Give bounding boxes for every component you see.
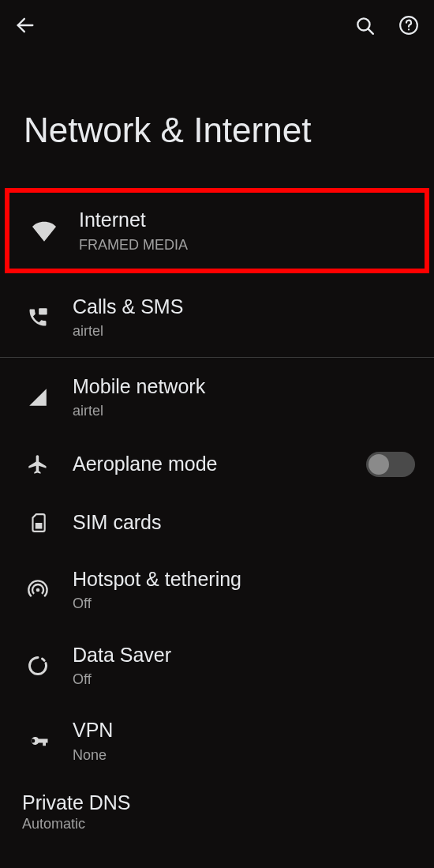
- switch-thumb: [369, 454, 389, 475]
- search-icon: [354, 15, 375, 36]
- arrow-back-icon: [14, 14, 36, 36]
- item-sub: Off: [73, 671, 415, 689]
- item-title: Hotspot & tethering: [73, 566, 415, 592]
- svg-line-2: [369, 29, 373, 34]
- vpn-key-icon: [25, 728, 51, 753]
- item-private-dns[interactable]: Private DNS Automatic: [0, 779, 434, 845]
- item-title: Data Saver: [73, 642, 415, 668]
- svg-rect-6: [36, 523, 43, 529]
- data-saver-icon: [25, 653, 51, 678]
- item-sub: Automatic: [22, 816, 434, 832]
- highlight-internet: Internet FRAMED MEDIA: [5, 188, 429, 273]
- item-sub: FRAMED MEDIA: [79, 236, 406, 254]
- item-title: VPN: [73, 717, 415, 743]
- page-title: Network & Internet: [0, 51, 434, 188]
- help-button[interactable]: [398, 14, 420, 36]
- item-hotspot[interactable]: Hotspot & tethering Off: [0, 552, 434, 628]
- svg-rect-5: [39, 308, 47, 314]
- svg-point-4: [408, 28, 410, 30]
- signal-icon: [25, 385, 51, 410]
- aeroplane-switch[interactable]: [366, 452, 415, 477]
- item-sub: Off: [73, 595, 415, 613]
- item-vpn[interactable]: VPN None: [0, 703, 434, 779]
- sim-icon: [25, 510, 51, 535]
- item-mobile-network[interactable]: Mobile network airtel: [0, 359, 434, 435]
- item-sim-cards[interactable]: SIM cards: [0, 494, 434, 552]
- hotspot-icon: [25, 577, 51, 603]
- item-title: Calls & SMS: [73, 294, 415, 320]
- airplane-icon: [25, 452, 51, 477]
- item-title: SIM cards: [73, 509, 415, 535]
- item-sub: airtel: [73, 322, 415, 340]
- item-sub: None: [73, 746, 415, 765]
- item-title: Aeroplane mode: [73, 451, 366, 477]
- svg-point-7: [36, 588, 40, 592]
- search-button[interactable]: [354, 14, 376, 36]
- help-icon: [398, 15, 419, 36]
- item-internet[interactable]: Internet FRAMED MEDIA: [9, 193, 425, 269]
- calls-sms-icon: [25, 305, 51, 330]
- wifi-icon: [32, 218, 57, 243]
- item-title: Private DNS: [22, 791, 434, 814]
- item-data-saver[interactable]: Data Saver Off: [0, 628, 434, 704]
- top-app-bar: [0, 0, 434, 51]
- item-sub: airtel: [73, 402, 415, 420]
- item-title: Mobile network: [73, 374, 415, 400]
- divider: [0, 357, 434, 358]
- item-title: Internet: [79, 207, 406, 233]
- item-calls-sms[interactable]: Calls & SMS airtel: [0, 280, 434, 355]
- item-aeroplane-mode[interactable]: Aeroplane mode: [0, 435, 434, 494]
- back-button[interactable]: [14, 14, 36, 36]
